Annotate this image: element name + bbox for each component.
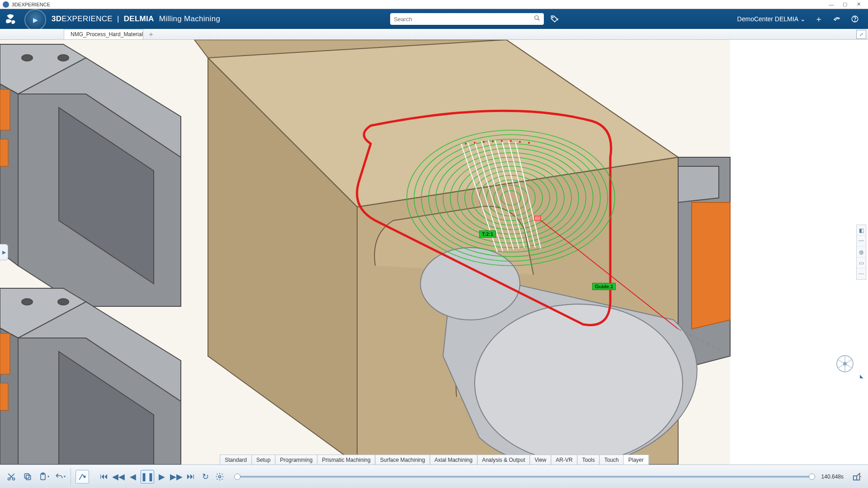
undo-button[interactable]: ▾: [53, 470, 67, 483]
share-button[interactable]: [832, 14, 842, 24]
svg-point-61: [492, 141, 494, 142]
material-icon[interactable]: ◍: [857, 247, 866, 258]
tab-setup[interactable]: Setup: [251, 455, 275, 465]
bottom-bar: ▾ ▾ ⏮ ◀◀ ◀ ❚❚ ▶ ▶▶ ⏭ ↻ 140.648s: [0, 465, 868, 488]
settings-button[interactable]: [213, 470, 226, 483]
svg-point-23: [58, 55, 69, 61]
fullscreen-button[interactable]: ⤢: [856, 30, 866, 39]
header-ribbon: 3DEXPERIENCE | DELMIA Milling Machining …: [0, 9, 868, 29]
cut-button[interactable]: [5, 470, 18, 483]
svg-point-83: [219, 475, 221, 478]
slider-end-handle[interactable]: [809, 474, 815, 480]
tab-touch[interactable]: Touch: [599, 455, 624, 465]
svg-point-82: [84, 476, 85, 477]
tab-surface-machining[interactable]: Surface Machining: [375, 455, 430, 465]
right-toolbox: ◧ 〰 ◍ ▭ ⋯: [856, 225, 866, 280]
viewport-3d[interactable]: T:2:1 Guide.1 ▶ ◧ 〰 ◍ ▭ ⋯ ◣ Standard Set…: [0, 40, 868, 465]
window-titlebar: 3DEXPERIENCE — ▢ ✕: [0, 0, 868, 9]
skip-end-button[interactable]: ⏭: [184, 470, 198, 483]
svg-point-33: [475, 304, 683, 462]
pause-button[interactable]: ❚❚: [141, 470, 154, 483]
add-tab-button[interactable]: ＋: [146, 29, 156, 39]
search-input[interactable]: [394, 16, 534, 23]
svg-point-65: [528, 142, 530, 144]
ds-logo[interactable]: [0, 9, 21, 29]
tab-standard[interactable]: Standard: [220, 455, 252, 465]
document-tab[interactable]: NMG_Process_Hard_Material: [64, 29, 143, 39]
svg-point-64: [519, 141, 521, 143]
search-icon[interactable]: [534, 15, 540, 23]
tab-axial-machining[interactable]: Axial Machining: [429, 455, 477, 465]
svg-point-62: [501, 140, 503, 142]
svg-point-73: [843, 362, 847, 366]
scene-render: [0, 40, 868, 465]
tab-view[interactable]: View: [530, 455, 552, 465]
timeline-slider[interactable]: 140.648s: [235, 474, 846, 480]
document-tabstrip: NMG_Process_Hard_Material ＋ ⤢: [0, 29, 868, 40]
tab-programming[interactable]: Programming: [275, 455, 317, 465]
tab-analysis-output[interactable]: Analysis & Output: [477, 455, 530, 465]
user-menu[interactable]: DemoCenter DELMIA ⌄: [737, 15, 806, 23]
view-compass-icon[interactable]: [835, 353, 855, 374]
chevron-down-icon: ⌄: [800, 15, 806, 23]
maximize-button[interactable]: ▢: [838, 0, 852, 9]
player-controls: ⏮ ◀◀ ◀ ❚❚ ▶ ▶▶ ⏭ ↻: [97, 469, 230, 485]
svg-point-58: [465, 143, 467, 145]
search-box[interactable]: [390, 13, 544, 25]
svg-rect-78: [26, 475, 31, 479]
expand-arrow-button[interactable]: ◣: [860, 374, 863, 379]
svg-marker-31: [692, 202, 730, 329]
time-label: 140.648s: [816, 474, 844, 480]
svg-point-60: [483, 141, 485, 143]
measure-icon[interactable]: 〰: [857, 236, 866, 247]
minimize-button[interactable]: —: [825, 0, 838, 9]
svg-rect-29: [0, 383, 8, 410]
svg-point-24: [22, 299, 33, 305]
svg-point-2: [552, 17, 553, 18]
brand-label: 3DEXPERIENCE | DELMIA Milling Machining: [50, 14, 220, 23]
play-button[interactable]: ▶: [155, 470, 169, 483]
toolpath-label-axis: T:2:1: [479, 230, 496, 238]
svg-rect-79: [24, 474, 29, 478]
tab-prismatic-machining[interactable]: Prismatic Machining: [317, 455, 375, 465]
loop-button[interactable]: ↻: [198, 470, 212, 483]
step-forward-button[interactable]: ▶▶: [170, 470, 183, 483]
app-title: 3DEXPERIENCE: [12, 2, 825, 7]
svg-point-4: [855, 21, 855, 21]
painter-icon[interactable]: ◧: [857, 225, 866, 236]
close-button[interactable]: ✕: [852, 0, 865, 9]
tag-icon[interactable]: [550, 14, 559, 23]
user-label: DemoCenter DELMIA: [737, 15, 798, 23]
slider-start-handle[interactable]: [234, 474, 241, 480]
tab-player[interactable]: Player: [623, 455, 649, 465]
step-back-button[interactable]: ◀◀: [112, 470, 125, 483]
svg-rect-27: [0, 139, 8, 166]
mode-group: [75, 469, 93, 485]
probe-mode-button[interactable]: [75, 470, 89, 483]
svg-point-59: [474, 142, 476, 144]
more-icon[interactable]: ⋯: [857, 268, 866, 279]
add-button[interactable]: ＋: [814, 14, 824, 24]
copy-button[interactable]: [21, 470, 34, 483]
view-icon[interactable]: ▭: [857, 258, 866, 268]
skip-start-button[interactable]: ⏮: [97, 470, 111, 483]
svg-rect-28: [0, 333, 10, 374]
section-tabs: Standard Setup Programming Prismatic Mac…: [220, 455, 648, 465]
svg-marker-32: [678, 166, 719, 202]
compass-launcher[interactable]: [21, 9, 50, 29]
svg-point-63: [510, 140, 512, 142]
tree-expand-handle[interactable]: ▶: [0, 244, 8, 260]
help-button[interactable]: [850, 14, 860, 24]
paste-button[interactable]: ▾: [37, 470, 51, 483]
svg-point-25: [58, 299, 69, 305]
svg-rect-68: [534, 216, 541, 221]
svg-rect-84: [854, 476, 857, 480]
svg-line-1: [538, 19, 540, 21]
tab-tools[interactable]: Tools: [577, 455, 600, 465]
play-reverse-button[interactable]: ◀: [126, 470, 140, 483]
simulation-end-button[interactable]: [851, 470, 863, 483]
svg-point-22: [22, 55, 33, 61]
svg-point-34: [420, 248, 520, 320]
clipboard-group: ▾ ▾: [5, 469, 71, 485]
tab-ar-vr[interactable]: AR-VR: [551, 455, 577, 465]
